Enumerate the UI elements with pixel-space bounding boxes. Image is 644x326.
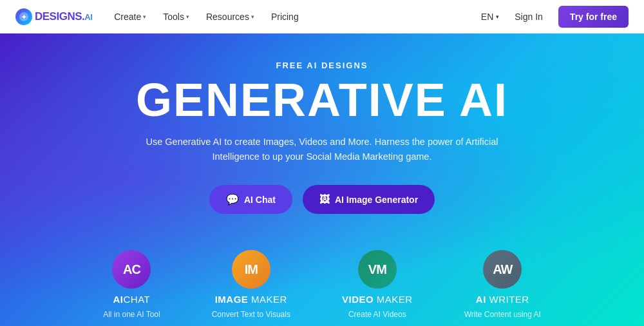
chevron-down-icon: ▾ — [186, 14, 189, 20]
chevron-down-icon: ▾ — [143, 14, 146, 20]
try-free-button[interactable]: Try for free — [558, 6, 629, 28]
nav-item-pricing[interactable]: Pricing — [265, 8, 305, 26]
chevron-down-icon: ▾ — [251, 14, 254, 20]
tool-icon-videomaker: VM — [358, 250, 397, 289]
tool-name-videomaker: VIDEO MAKER — [342, 294, 413, 305]
nav-item-create[interactable]: Create ▾ — [108, 8, 153, 26]
navbar: ✦ DESIGNS.AI Create ▾ Tools ▾ Resources … — [0, 0, 644, 34]
tool-item-imagemaker[interactable]: IM IMAGE MAKER Convert Text to Visuals — [212, 250, 290, 319]
tool-item-aichat[interactable]: AC AICHAT All in one AI Tool — [103, 250, 160, 319]
hero-badge: FREE AI DESIGNS — [276, 61, 368, 70]
chevron-down-icon: ▾ — [496, 14, 499, 20]
tool-name-aiwriter: AI WRITER — [476, 294, 529, 305]
language-selector[interactable]: EN ▾ — [481, 12, 499, 22]
navbar-right: EN ▾ Sign In Try for free — [481, 6, 629, 28]
logo[interactable]: ✦ DESIGNS.AI — [15, 8, 92, 25]
ai-chat-button[interactable]: 💬 AI Chat — [209, 185, 292, 214]
ai-image-generator-button[interactable]: 🖼 AI Image Generator — [303, 185, 435, 214]
hero-title: GENERATIVE AI — [136, 77, 508, 123]
tool-icon-aichat: AC — [112, 250, 151, 289]
tools-row: AC AICHAT All in one AI Tool IM IMAGE MA… — [103, 245, 541, 319]
tool-desc-aichat: All in one AI Tool — [103, 310, 160, 319]
sign-in-button[interactable]: Sign In — [507, 8, 551, 26]
tool-desc-videomaker: Create AI Videos — [348, 310, 406, 319]
tool-item-aiwriter[interactable]: AW AI WRITER Write Content using AI — [464, 250, 541, 319]
image-icon: 🖼 — [319, 194, 330, 206]
hero-buttons: 💬 AI Chat 🖼 AI Image Generator — [209, 185, 435, 214]
logo-icon: ✦ — [15, 8, 32, 25]
tool-icon-imagemaker: IM — [232, 250, 270, 289]
navbar-left: ✦ DESIGNS.AI Create ▾ Tools ▾ Resources … — [15, 8, 305, 26]
tool-desc-imagemaker: Convert Text to Visuals — [212, 310, 290, 319]
tool-desc-aiwriter: Write Content using AI — [464, 310, 541, 319]
nav-item-tools[interactable]: Tools ▾ — [156, 8, 196, 26]
tool-icon-aiwriter: AW — [483, 250, 522, 289]
logo-text: DESIGNS.AI — [35, 10, 92, 23]
tool-name-aichat: AICHAT — [113, 294, 151, 305]
nav-links: Create ▾ Tools ▾ Resources ▾ Pricing — [108, 8, 305, 26]
chat-icon: 💬 — [226, 193, 239, 206]
nav-item-resources[interactable]: Resources ▾ — [200, 8, 261, 26]
hero-subtitle: Use Generative AI to create Images, Vide… — [122, 135, 522, 164]
hero-section: FREE AI DESIGNS GENERATIVE AI Use Genera… — [0, 34, 644, 326]
tool-item-videomaker[interactable]: VM VIDEO MAKER Create AI Videos — [342, 250, 413, 319]
tool-name-imagemaker: IMAGE MAKER — [215, 294, 287, 305]
